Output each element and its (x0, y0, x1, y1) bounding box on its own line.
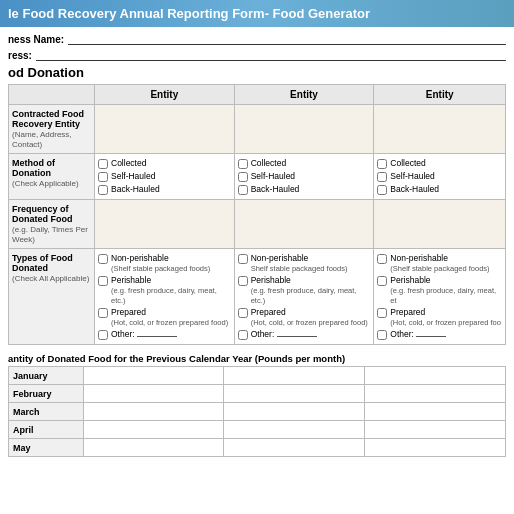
types-entity2: Non-perishableShelf stable packaged food… (234, 249, 374, 345)
month-label-april: April (9, 421, 84, 439)
types-sublabel: (Check All Applicable) (12, 274, 89, 283)
type-prepared-2[interactable] (238, 308, 248, 318)
method-entity1: Collected Self-Hauled Back-Hauled (95, 154, 235, 200)
method-label: Method of Donation (12, 158, 55, 178)
method-sublabel: (Check Applicable) (12, 179, 79, 188)
main-grid: Entity Entity Entity Contracted Food Rec… (8, 84, 506, 345)
frequency-row: Frequency of Donated Food (e.g. Daily, T… (9, 200, 506, 249)
month-row-april: April (9, 421, 506, 439)
january-entity1[interactable] (83, 367, 224, 385)
february-entity2[interactable] (224, 385, 365, 403)
type-other-3[interactable] (377, 330, 387, 340)
frequency-entity2[interactable] (234, 200, 374, 249)
type-perishable-3[interactable] (377, 276, 387, 286)
type-perishable-1[interactable] (98, 276, 108, 286)
month-label-february: February (9, 385, 84, 403)
monthly-table: January February March April (8, 366, 506, 457)
method-backhauled-2[interactable] (238, 185, 248, 195)
may-entity3[interactable] (365, 439, 506, 457)
february-entity3[interactable] (365, 385, 506, 403)
january-entity2[interactable] (224, 367, 365, 385)
contracted-sublabel: (Name, Address, Contact) (12, 130, 72, 149)
frequency-entity3[interactable] (374, 200, 506, 249)
col-header-entity3: Entity (374, 85, 506, 105)
address-input[interactable] (36, 49, 506, 61)
contracted-entity2[interactable] (234, 105, 374, 154)
month-row-january: January (9, 367, 506, 385)
type-other-2[interactable] (238, 330, 248, 340)
address-label: ress: (8, 50, 32, 61)
types-entity1: Non-perishable(Shelf stable packaged foo… (95, 249, 235, 345)
method-selfhauled-3[interactable] (377, 172, 387, 182)
type-prepared-1[interactable] (98, 308, 108, 318)
frequency-entity1[interactable] (95, 200, 235, 249)
method-entity2: Collected Self-Hauled Back-Hauled (234, 154, 374, 200)
type-nonperishable-2[interactable] (238, 254, 248, 264)
contracted-row: Contracted Food Recovery Entity (Name, A… (9, 105, 506, 154)
header-bar: le Food Recovery Annual Reporting Form- … (0, 0, 514, 27)
march-entity3[interactable] (365, 403, 506, 421)
method-selfhauled-1[interactable] (98, 172, 108, 182)
type-perishable-2[interactable] (238, 276, 248, 286)
month-row-may: May (9, 439, 506, 457)
method-backhauled-1[interactable] (98, 185, 108, 195)
february-entity1[interactable] (83, 385, 224, 403)
method-backhauled-3[interactable] (377, 185, 387, 195)
type-nonperishable-1[interactable] (98, 254, 108, 264)
april-entity2[interactable] (224, 421, 365, 439)
type-other-1[interactable] (98, 330, 108, 340)
frequency-label: Frequency of Donated Food (12, 204, 73, 224)
method-collected-2[interactable] (238, 159, 248, 169)
types-row: Types of Food Donated (Check All Applica… (9, 249, 506, 345)
month-row-march: March (9, 403, 506, 421)
types-entity3: Non-perishable(Shelf stable packaged foo… (374, 249, 506, 345)
month-row-february: February (9, 385, 506, 403)
month-label-may: May (9, 439, 84, 457)
col-header-entity2: Entity (234, 85, 374, 105)
monthly-title: antity of Donated Food for the Previous … (8, 353, 506, 364)
march-entity1[interactable] (83, 403, 224, 421)
april-entity3[interactable] (365, 421, 506, 439)
april-entity1[interactable] (83, 421, 224, 439)
business-name-label: ness Name: (8, 34, 64, 45)
march-entity2[interactable] (224, 403, 365, 421)
january-entity3[interactable] (365, 367, 506, 385)
method-selfhauled-2[interactable] (238, 172, 248, 182)
types-label: Types of Food Donated (12, 253, 73, 273)
section-title: od Donation (8, 65, 84, 80)
col-header-label (9, 85, 95, 105)
contracted-entity1[interactable] (95, 105, 235, 154)
business-name-input[interactable] (68, 33, 506, 45)
contracted-entity3[interactable] (374, 105, 506, 154)
method-collected-1[interactable] (98, 159, 108, 169)
type-prepared-3[interactable] (377, 308, 387, 318)
type-nonperishable-3[interactable] (377, 254, 387, 264)
may-entity2[interactable] (224, 439, 365, 457)
may-entity1[interactable] (83, 439, 224, 457)
method-row: Method of Donation (Check Applicable) Co… (9, 154, 506, 200)
col-header-entity1: Entity (95, 85, 235, 105)
method-entity3: Collected Self-Hauled Back-Hauled (374, 154, 506, 200)
month-label-january: January (9, 367, 84, 385)
contracted-label: Contracted Food Recovery Entity (12, 109, 84, 129)
method-collected-3[interactable] (377, 159, 387, 169)
frequency-sublabel: (e.g. Daily, Times Per Week) (12, 225, 88, 244)
header-title: le Food Recovery Annual Reporting Form- … (8, 6, 370, 21)
month-label-march: March (9, 403, 84, 421)
